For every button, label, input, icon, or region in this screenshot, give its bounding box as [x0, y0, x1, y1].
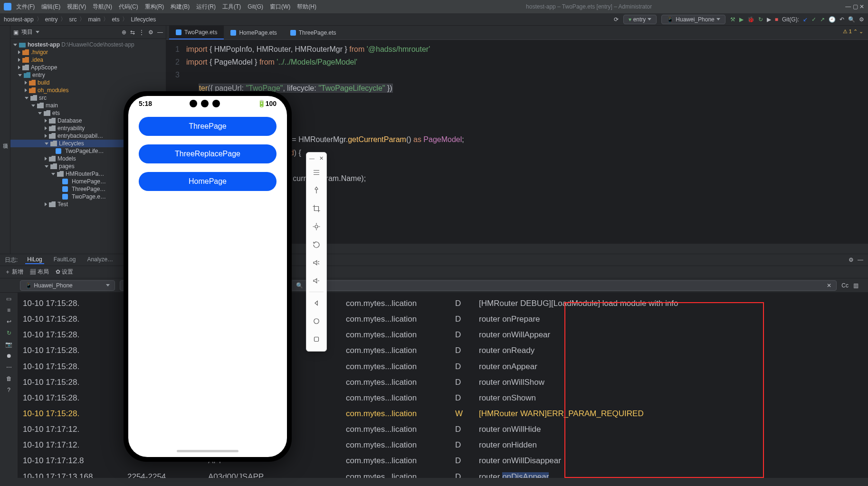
menu-Git(G)[interactable]: Git(G) — [248, 3, 263, 10]
hide-icon[interactable]: — — [858, 257, 863, 263]
crumb[interactable]: main — [88, 16, 100, 23]
regex-toggle[interactable]: ▥ — [853, 282, 858, 289]
menu-视图(V)[interactable]: 视图(V) — [67, 3, 86, 10]
phone-home-bar[interactable] — [177, 450, 238, 452]
debug-icon[interactable]: 🐞 — [747, 16, 754, 23]
log-tab-analyze[interactable]: Analyze… — [85, 256, 115, 264]
editor-tabs[interactable]: TwoPage.etsHomePage.etsThreePage.ets — [166, 26, 868, 40]
volume-up-icon[interactable] — [306, 254, 326, 272]
editor-diagnostics[interactable]: ⚠ 1 ⌃ ⌄ — [843, 29, 863, 35]
menu-运行(R)[interactable]: 运行(R) — [196, 3, 216, 10]
target-icon[interactable]: ⊕ — [122, 29, 126, 36]
run-icon[interactable]: ▶ — [739, 16, 744, 23]
clear-icon[interactable]: ▭ — [6, 295, 11, 302]
pin-icon[interactable] — [306, 181, 326, 200]
gear-icon[interactable]: ⚙ — [148, 29, 153, 36]
git-pull-icon[interactable]: ↙ — [803, 16, 808, 23]
log-line[interactable]: 10-10 17:17:13.1682254-2254A03d00/JSAPPc… — [23, 469, 863, 478]
help-icon[interactable]: ? — [7, 387, 10, 393]
expand-icon[interactable]: ⇆ — [130, 29, 135, 36]
emulator-phone[interactable]: 5:18 🔋100 ThreePageThreeReplacePageHomeP… — [124, 91, 292, 462]
tree-node[interactable]: .idea — [10, 56, 166, 64]
git-history-icon[interactable]: 🕘 — [829, 16, 836, 23]
search-icon[interactable]: 🔍 — [848, 16, 855, 23]
file-icon — [176, 29, 181, 35]
settings-button[interactable]: ✿ 设置 — [56, 268, 73, 276]
battery-icon: 🔋100 — [258, 100, 277, 107]
tree-node[interactable]: entry — [10, 71, 166, 79]
gear-icon[interactable]: ⚙ — [849, 257, 854, 263]
menu-构建(B)[interactable]: 构建(B) — [171, 3, 190, 10]
log-search-input[interactable] — [306, 282, 824, 289]
collapse-icon[interactable]: ⋮ — [139, 29, 144, 36]
crop-icon[interactable] — [306, 200, 326, 218]
hide-icon[interactable]: — — [157, 29, 163, 36]
breadcrumbs[interactable]: hostest-app〉entry〉src〉main〉ets〉Lifecycle… — [4, 15, 156, 23]
file-icon — [230, 30, 236, 36]
log-tab-faultlog[interactable]: FaultLog — [52, 256, 78, 264]
clear-icon[interactable]: ✕ — [827, 282, 831, 289]
tree-root[interactable]: hostest-app D:\Huawei\Code\hostest-app — [10, 41, 166, 48]
log-tab-hilog[interactable]: HiLog — [25, 256, 44, 264]
volume-down-icon[interactable] — [306, 272, 326, 290]
tab-TwoPage.ets[interactable]: TwoPage.ets — [169, 26, 224, 39]
emulator-toolbar[interactable]: —✕ — [306, 152, 327, 352]
close-icon[interactable]: ✕ — [319, 155, 324, 162]
tab-HomePage.ets[interactable]: HomePage.ets — [224, 26, 283, 39]
gear-icon[interactable]: ⚙ — [859, 16, 864, 23]
tab-ThreePage.ets[interactable]: ThreePage.ets — [284, 26, 343, 39]
tree-node[interactable]: AppScope — [10, 64, 166, 71]
crumb[interactable]: Lifecycles — [131, 16, 156, 23]
attach-icon[interactable]: ▶ — [767, 16, 771, 23]
window-controls[interactable]: — ▢ ✕ — [845, 3, 864, 10]
crumb[interactable]: entry — [45, 16, 58, 23]
rerun-icon[interactable]: ↻ — [758, 16, 763, 23]
menu-窗口(W)[interactable]: 窗口(W) — [270, 3, 290, 10]
menu-帮助(H)[interactable]: 帮助(H) — [297, 3, 316, 10]
restart-icon[interactable]: ↻ — [7, 330, 11, 336]
menu-文件(F)[interactable]: 文件(F) — [16, 3, 35, 10]
log-search[interactable]: 🔍 ✕ — [291, 280, 837, 291]
home-icon[interactable] — [306, 312, 326, 330]
device-select[interactable]: 📱Huawei_Phone — [661, 15, 725, 24]
phone-button-ThreeReplacePage[interactable]: ThreeReplacePage — [139, 144, 277, 163]
menu-导航(N)[interactable]: 导航(N) — [93, 3, 112, 10]
divider-icon: ⋯ — [6, 364, 12, 371]
minimize-icon[interactable]: — — [309, 155, 315, 162]
device-combo[interactable]: 📱 Huawei_Phone — [20, 280, 115, 291]
location-icon[interactable] — [306, 218, 326, 236]
file-icon — [290, 30, 296, 36]
menu-重构(R)[interactable]: 重构(R) — [145, 3, 164, 10]
recent-icon[interactable] — [306, 330, 326, 348]
record-icon[interactable]: ⏺ — [6, 353, 12, 359]
sync-icon[interactable]: ⟳ — [614, 16, 619, 23]
scroll-end-icon[interactable]: ≡ — [7, 307, 10, 314]
crumb[interactable]: ets — [112, 16, 119, 23]
phone-button-ThreePage[interactable]: ThreePage — [139, 117, 277, 136]
git-push-icon[interactable]: ↗ — [820, 16, 825, 23]
git-rollback-icon[interactable]: ↶ — [839, 16, 844, 23]
soft-wrap-icon[interactable]: ↩ — [7, 318, 11, 325]
menu-工具(T)[interactable]: 工具(T) — [222, 3, 241, 10]
crumb[interactable]: src — [69, 16, 76, 23]
tree-node[interactable]: build — [10, 79, 166, 86]
hammer-icon[interactable]: ⚒ — [730, 16, 735, 23]
rotate-icon[interactable] — [306, 236, 326, 254]
menu-icon[interactable] — [306, 163, 326, 181]
left-tool-strip[interactable]: 项目 — [0, 26, 10, 254]
git-commit-icon[interactable]: ✓ — [811, 16, 816, 23]
menu-编辑(E)[interactable]: 编辑(E) — [41, 3, 60, 10]
menu-代码(C)[interactable]: 代码(C) — [119, 3, 138, 10]
trash-icon[interactable]: 🗑 — [6, 375, 12, 382]
svg-point-2 — [314, 319, 319, 324]
tree-node[interactable]: .hvigor — [10, 48, 166, 56]
back-icon[interactable] — [306, 294, 326, 312]
stop-icon[interactable]: ■ — [775, 16, 778, 23]
run-config-select[interactable]: ▾entry — [623, 15, 657, 24]
crumb[interactable]: hostest-app — [4, 16, 34, 23]
match-case-toggle[interactable]: Cc — [841, 282, 849, 289]
phone-button-HomePage[interactable]: HomePage — [139, 172, 277, 191]
layout-button[interactable]: ▦ 布局 — [30, 268, 48, 276]
add-button[interactable]: ＋ 新增 — [5, 268, 23, 276]
screenshot-icon[interactable]: 📷 — [5, 341, 12, 348]
